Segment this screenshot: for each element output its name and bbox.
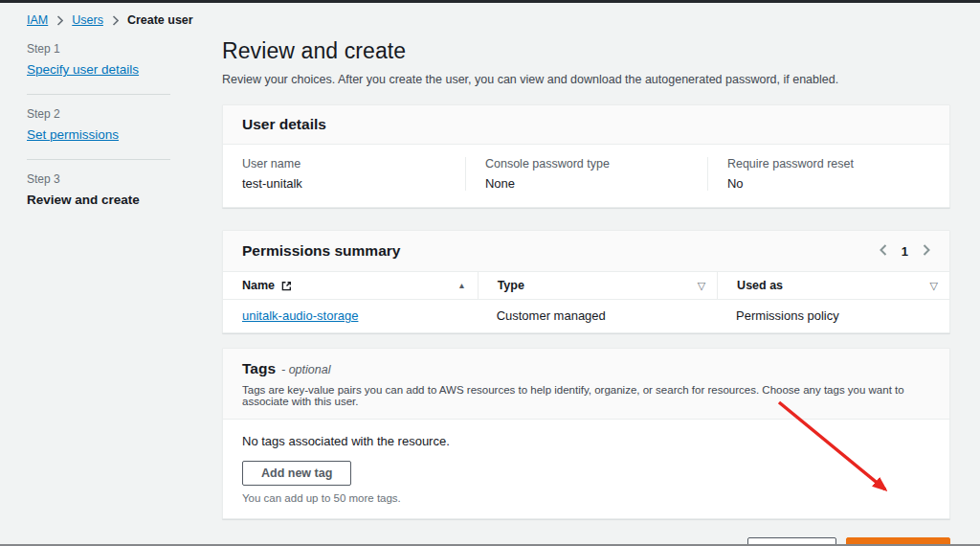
wizard-steps-sidebar: Step 1 Specify user details Step 2 Set p… [27,42,170,208]
sort-ascending-icon: ▲ [457,281,465,290]
breadcrumb: IAM Users Create user [27,13,193,27]
policy-used-as-cell: Permissions policy [717,300,949,332]
user-details-card: User details User name test-unitalk Cons… [222,104,950,208]
page-description: Review your choices. After you create th… [222,73,950,86]
permissions-summary-title: Permissions summary [242,242,400,260]
pagination-previous-button[interactable] [880,244,887,259]
breadcrumb-iam-link[interactable]: IAM [27,13,48,27]
field-console-password-type: Console password type None [465,157,707,191]
field-user-name: User name test-unitalk [223,157,465,191]
field-label: User name [242,157,446,171]
chevron-left-icon [880,244,887,259]
breadcrumb-users-link[interactable]: Users [72,13,103,27]
tags-header: Tags - optional Tags are key-value pairs… [223,349,949,420]
tags-description: Tags are key-value pairs you can add to … [242,384,930,407]
sidebar-divider [27,159,170,160]
sidebar-step-specify-user-details[interactable]: Specify user details [27,62,139,77]
pagination-next-button[interactable] [923,244,930,259]
chevron-right-icon [56,15,63,26]
tags-limit-hint: You can add up to 50 more tags. [242,492,930,504]
step-number-label: Step 1 [27,42,170,56]
policy-name-cell: unitalk-audio-storage [223,300,478,332]
field-label: Console password type [485,157,688,171]
column-label: Type [498,279,524,292]
table-row: unitalk-audio-storage Customer managed P… [223,300,949,332]
tags-title: Tags [242,360,276,377]
pagination: 1 [880,244,930,259]
wizard-step-1: Step 1 Specify user details [27,42,170,78]
wizard-step-2: Step 2 Set permissions [27,107,170,143]
policy-link[interactable]: unitalk-audio-storage [242,308,358,323]
step-number-label: Step 3 [27,172,170,186]
user-details-title: User details [242,116,326,132]
tags-optional-label: - optional [281,363,330,376]
column-label: Used as [737,279,783,292]
page-title: Review and create [222,38,950,64]
permissions-summary-header: Permissions summary 1 [223,231,949,272]
pagination-page-number[interactable]: 1 [902,244,908,259]
external-link-icon [281,281,292,291]
add-new-tag-button[interactable]: Add new tag [242,461,351,486]
window-top-border [0,0,980,3]
sidebar-step-set-permissions[interactable]: Set permissions [27,127,119,142]
field-require-password-reset: Require password reset No [707,157,949,191]
breadcrumb-current: Create user [127,13,193,27]
policy-type-cell: Customer managed [478,300,717,332]
column-label: Name [242,279,275,292]
user-details-fields: User name test-unitalk Console password … [223,145,949,207]
tags-body: No tags associated with the resource. Ad… [223,420,949,518]
user-details-header: User details [223,105,949,145]
column-header-used-as[interactable]: Used as ▽ [717,272,949,299]
aws-iam-create-user-page: IAM Users Create user Step 1 Specify use… [0,0,980,546]
permissions-table-header: Name ▲ Type ▽ Used as ▽ [223,272,949,300]
sort-icon: ▽ [698,280,705,292]
column-header-type[interactable]: Type ▽ [478,272,717,299]
column-header-name[interactable]: Name ▲ [223,272,478,299]
field-value: test-unitalk [242,176,446,191]
field-value: No [727,176,930,191]
no-tags-message: No tags associated with the resource. [242,434,930,448]
main-content: Review and create Review your choices. A… [222,38,950,546]
permissions-summary-card: Permissions summary 1 [222,230,950,333]
chevron-right-icon [112,15,119,26]
step-number-label: Step 2 [27,107,170,121]
field-value: None [485,176,688,191]
chevron-right-icon [923,244,930,259]
field-label: Require password reset [727,157,930,171]
sidebar-divider [27,94,170,95]
tags-title-row: Tags - optional [242,360,930,377]
tags-card: Tags - optional Tags are key-value pairs… [222,348,950,519]
sidebar-step-review-and-create: Review and create [27,193,140,207]
wizard-step-3: Step 3 Review and create [27,172,170,208]
sort-icon: ▽ [930,280,938,292]
